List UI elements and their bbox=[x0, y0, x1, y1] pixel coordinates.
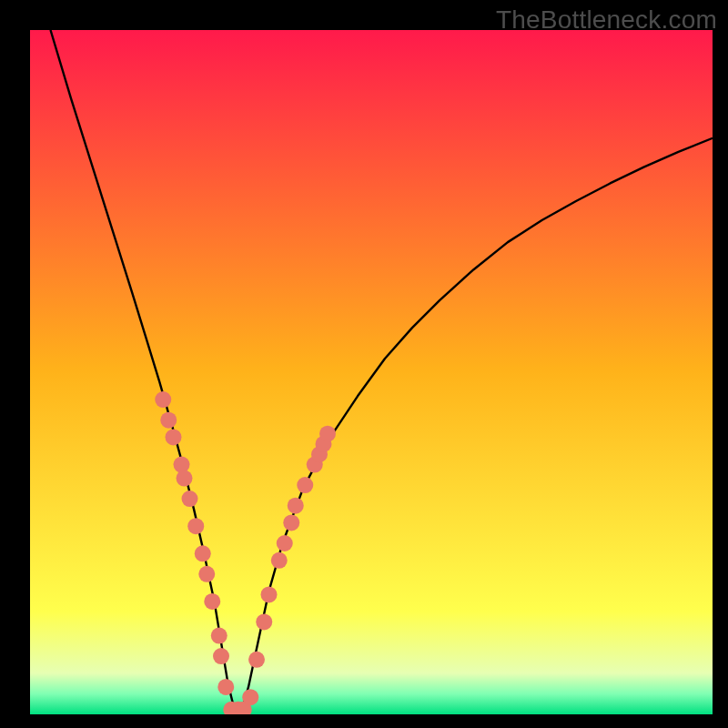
sample-point bbox=[187, 518, 204, 534]
chart-frame: TheBottleneck.com bbox=[0, 0, 728, 728]
plot-area bbox=[30, 30, 713, 714]
sample-point bbox=[174, 457, 190, 473]
chart-svg bbox=[30, 30, 713, 714]
sample-point bbox=[166, 429, 182, 445]
sample-point bbox=[261, 586, 278, 602]
sample-point bbox=[182, 490, 198, 507]
sample-point bbox=[277, 535, 293, 551]
sample-point bbox=[283, 514, 299, 531]
sample-point bbox=[248, 652, 265, 668]
sample-point bbox=[217, 679, 234, 695]
gradient-background bbox=[30, 30, 713, 714]
sample-point bbox=[213, 648, 229, 664]
sample-point bbox=[271, 552, 288, 569]
sample-point bbox=[256, 613, 272, 630]
sample-point bbox=[204, 593, 220, 610]
sample-point bbox=[160, 412, 177, 429]
sample-point bbox=[319, 426, 336, 442]
sample-point bbox=[195, 545, 211, 561]
sample-point bbox=[242, 689, 258, 705]
sample-point bbox=[297, 477, 313, 493]
sample-point bbox=[198, 566, 215, 582]
sample-point bbox=[155, 391, 171, 408]
sample-point bbox=[177, 470, 193, 487]
sample-point bbox=[211, 628, 228, 644]
sample-point bbox=[288, 498, 304, 514]
